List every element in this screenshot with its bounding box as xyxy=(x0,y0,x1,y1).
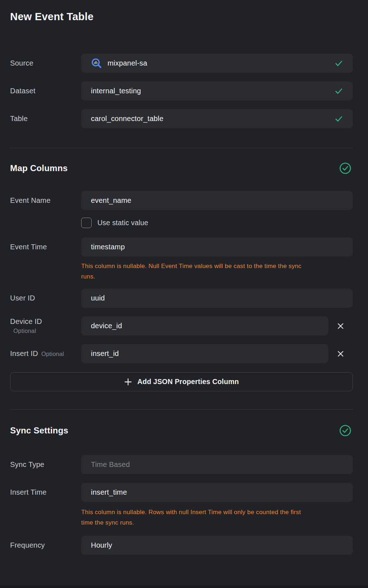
source-select[interactable]: mixpanel-sa xyxy=(81,54,353,73)
device-id-label: Device ID Optional xyxy=(10,317,81,334)
plus-icon xyxy=(124,378,132,386)
bigquery-icon xyxy=(91,58,102,69)
add-json-properties-label: Add JSON Properties Column xyxy=(137,378,239,386)
table-label: Table xyxy=(10,115,81,123)
use-static-value-checkbox[interactable] xyxy=(81,218,92,228)
dataset-value: internal_testing xyxy=(91,87,141,95)
insert-id-row: Insert ID Optional insert_id xyxy=(10,344,353,363)
user-id-row: User ID uuid xyxy=(10,289,353,308)
source-row: Source mixpanel-sa xyxy=(10,54,353,73)
insert-id-close-slot xyxy=(328,349,353,359)
valid-check-icon xyxy=(335,87,343,95)
insert-id-label-text: Insert ID xyxy=(10,349,38,358)
device-id-select[interactable]: device_id xyxy=(81,316,328,335)
device-id-value: device_id xyxy=(91,322,122,330)
sync-type-value: Time Based xyxy=(91,460,130,469)
insert-id-select[interactable]: insert_id xyxy=(81,344,328,363)
new-event-table-form: New Event Table Source mixpanel-sa xyxy=(0,0,368,555)
sync-type-select: Time Based xyxy=(81,455,353,474)
frequency-value: Hourly xyxy=(91,541,112,549)
map-columns-title: Map Columns xyxy=(10,163,68,173)
event-name-value: event_name xyxy=(91,196,131,205)
source-value: mixpanel-sa xyxy=(108,59,147,67)
event-time-row: Event Time timestamp xyxy=(10,237,353,257)
table-select[interactable]: carol_connector_table xyxy=(81,109,353,128)
frequency-row: Frequency Hourly xyxy=(10,536,353,555)
frequency-select[interactable]: Hourly xyxy=(81,536,353,555)
sync-type-row: Sync Type Time Based xyxy=(10,455,353,474)
frequency-label: Frequency xyxy=(10,541,81,549)
warning-line: runs. xyxy=(81,272,353,282)
use-static-value-label: Use static value xyxy=(97,219,148,227)
insert-time-warning: This column is nullable. Rows with null … xyxy=(81,507,353,528)
page-title: New Event Table xyxy=(10,11,353,23)
insert-id-value: insert_id xyxy=(91,349,119,358)
section-divider xyxy=(10,409,353,410)
dataset-select[interactable]: internal_testing xyxy=(81,81,353,101)
sync-type-label: Sync Type xyxy=(10,460,81,469)
source-label: Source xyxy=(10,59,81,67)
dataset-row: Dataset internal_testing xyxy=(10,81,353,101)
device-id-row: Device ID Optional device_id xyxy=(10,316,353,335)
user-id-value: uuid xyxy=(91,294,105,302)
section-complete-icon xyxy=(339,425,351,436)
insert-time-row: Insert Time insert_time xyxy=(10,483,353,502)
warning-line: time the sync runs. xyxy=(81,518,353,528)
insert-time-label: Insert Time xyxy=(10,488,81,496)
optional-badge: Optional xyxy=(10,328,81,334)
warning-line: This column is nullable. Null Event Time… xyxy=(81,261,353,272)
event-time-label: Event Time xyxy=(10,243,81,251)
map-columns-header: Map Columns xyxy=(10,162,353,174)
table-value: carol_connector_table xyxy=(91,115,163,123)
event-time-warning: This column is nullable. Null Event Time… xyxy=(81,261,353,282)
event-name-row: Event Name event_name xyxy=(10,191,353,210)
valid-check-icon xyxy=(335,115,343,123)
event-time-value: timestamp xyxy=(91,243,125,251)
insert-id-clear-button[interactable] xyxy=(336,349,346,359)
optional-badge: Optional xyxy=(41,351,64,357)
warning-line: This column is nullable. Rows with null … xyxy=(81,507,353,518)
insert-time-select[interactable]: insert_time xyxy=(81,483,353,502)
device-id-label-text: Device ID xyxy=(10,317,81,326)
device-id-clear-button[interactable] xyxy=(336,321,346,331)
add-json-properties-button[interactable]: Add JSON Properties Column xyxy=(10,372,353,391)
section-divider xyxy=(10,148,353,148)
source-section: Source mixpanel-sa Dataset xyxy=(10,54,353,128)
insert-time-value: insert_time xyxy=(91,488,127,496)
user-id-label: User ID xyxy=(10,294,81,302)
dataset-label: Dataset xyxy=(10,87,81,95)
event-name-select[interactable]: event_name xyxy=(81,191,353,210)
insert-id-label: Insert ID Optional xyxy=(10,349,81,358)
event-time-select[interactable]: timestamp xyxy=(81,237,353,257)
valid-check-icon xyxy=(335,59,343,67)
device-id-close-slot xyxy=(328,321,353,331)
user-id-select[interactable]: uuid xyxy=(81,289,353,308)
table-row: Table carol_connector_table xyxy=(10,109,353,128)
sync-settings-title: Sync Settings xyxy=(10,426,68,436)
sync-settings-header: Sync Settings xyxy=(10,425,353,436)
modal-bottom-edge xyxy=(0,585,368,588)
section-complete-icon xyxy=(339,162,351,174)
use-static-value-row: Use static value xyxy=(81,218,353,228)
event-name-label: Event Name xyxy=(10,196,81,205)
